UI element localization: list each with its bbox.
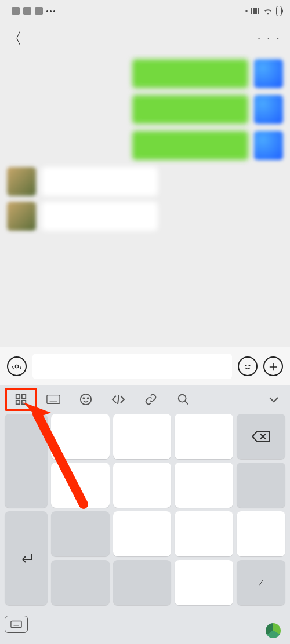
- svg-point-2: [249, 365, 250, 366]
- keyboard-bottom-row: [5, 609, 285, 638]
- avatar[interactable]: [254, 59, 283, 88]
- message-bubble: [42, 167, 158, 196]
- notif-icon: [35, 7, 43, 15]
- avatar[interactable]: [254, 95, 283, 124]
- received-message[interactable]: [7, 202, 283, 231]
- svg-point-16: [88, 398, 89, 399]
- key-9[interactable]: [237, 511, 285, 556]
- key-3[interactable]: [175, 414, 233, 459]
- sent-message[interactable]: [7, 95, 283, 124]
- message-input[interactable]: [32, 354, 232, 379]
- key-2[interactable]: [113, 414, 172, 459]
- message-bubble: [132, 59, 248, 88]
- watermark-logo: [266, 623, 284, 638]
- chat-area[interactable]: [0, 54, 290, 347]
- svg-point-17: [179, 395, 186, 402]
- key-4[interactable]: [51, 463, 110, 508]
- key-enter[interactable]: [5, 511, 48, 605]
- chat-navbar: 〈 · · ·: [0, 22, 290, 54]
- back-icon[interactable]: 〈: [7, 28, 22, 49]
- notif-icon: [23, 7, 31, 15]
- notif-icon: [12, 7, 20, 15]
- keyboard: ⁄: [0, 385, 290, 644]
- svg-rect-21: [11, 621, 21, 628]
- code-icon[interactable]: [102, 388, 135, 411]
- plus-icon[interactable]: ＋: [263, 356, 283, 376]
- key-8[interactable]: [175, 511, 233, 556]
- message-bubble: [132, 95, 248, 124]
- status-bar: [0, 0, 290, 22]
- wifi-icon: [263, 7, 273, 15]
- keyboard-toolbar: [0, 385, 290, 414]
- keyboard-layout-icon[interactable]: [37, 388, 70, 411]
- signal-icon: [251, 8, 260, 14]
- key-6[interactable]: [175, 463, 233, 508]
- key-backspace[interactable]: [237, 414, 285, 459]
- key-5[interactable]: [113, 463, 172, 508]
- battery-icon: [276, 6, 282, 16]
- avatar[interactable]: [254, 131, 283, 160]
- more-notif-icon: [46, 10, 55, 12]
- chevron-down-icon[interactable]: [262, 388, 285, 411]
- key-zhongying[interactable]: ⁄: [237, 560, 285, 605]
- key-space[interactable]: [175, 560, 233, 605]
- key-at-q[interactable]: [51, 511, 110, 556]
- svg-rect-6: [22, 401, 26, 404]
- avatar[interactable]: [7, 202, 36, 231]
- svg-rect-4: [22, 395, 26, 398]
- key-chongshu[interactable]: [237, 463, 285, 508]
- svg-rect-7: [47, 395, 60, 404]
- search-icon[interactable]: [167, 388, 200, 411]
- input-bar: ＋: [0, 347, 290, 385]
- logo-icon: [266, 623, 281, 638]
- emoji-toolbar-icon[interactable]: [70, 388, 102, 411]
- svg-point-0: [15, 365, 18, 368]
- key-123[interactable]: [113, 560, 172, 605]
- keyboard-switch-icon[interactable]: [5, 616, 28, 633]
- svg-point-1: [245, 365, 246, 366]
- zhongying-label: ⁄: [260, 577, 262, 588]
- received-message[interactable]: [7, 167, 283, 196]
- sent-message[interactable]: [7, 131, 283, 160]
- message-bubble: [132, 131, 248, 160]
- svg-point-14: [81, 394, 91, 405]
- svg-rect-5: [16, 401, 20, 404]
- hd-badge: [245, 10, 248, 12]
- svg-rect-3: [16, 395, 20, 398]
- avatar[interactable]: [7, 167, 36, 196]
- emoji-icon[interactable]: [238, 356, 258, 376]
- voice-icon[interactable]: [7, 356, 27, 376]
- svg-point-15: [83, 398, 84, 399]
- key-1[interactable]: [51, 414, 110, 459]
- grid-menu-button[interactable]: [5, 388, 37, 411]
- link-icon[interactable]: [135, 388, 167, 411]
- message-bubble: [42, 202, 158, 231]
- more-icon[interactable]: · · ·: [257, 31, 281, 46]
- sent-message[interactable]: [7, 59, 283, 88]
- key-7[interactable]: [113, 511, 172, 556]
- keyboard-body: ⁄: [0, 414, 290, 644]
- key-comma[interactable]: [5, 414, 48, 508]
- key-fu[interactable]: [51, 560, 110, 605]
- svg-line-18: [185, 401, 188, 405]
